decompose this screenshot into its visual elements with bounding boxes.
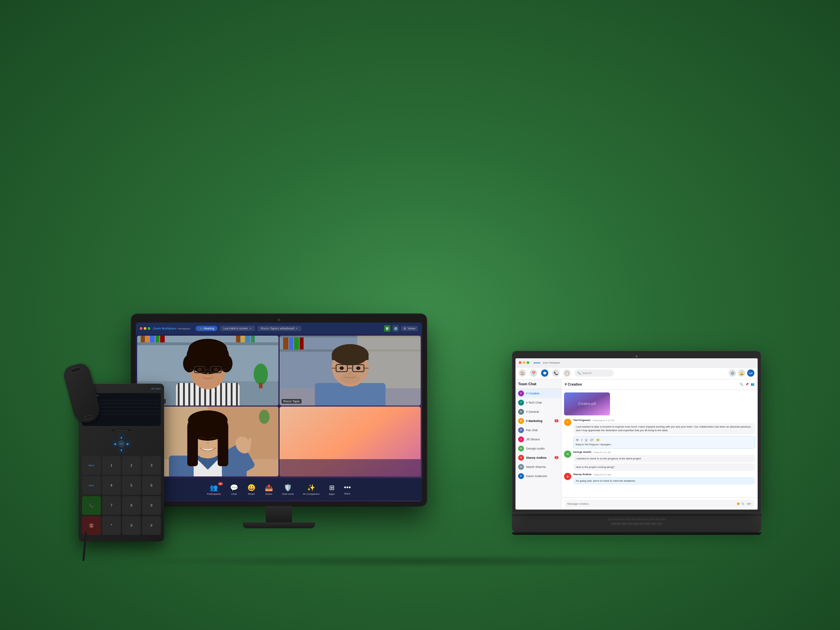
sidebar-item-pan-chat[interactable]: P Pan chat: [515, 426, 561, 435]
laptop-close[interactable]: [519, 361, 521, 364]
whiteboard-close-icon[interactable]: ✕: [296, 327, 298, 330]
toolbar-ai[interactable]: ✨ AI Companion: [303, 484, 320, 496]
phone-key-9[interactable]: 9: [142, 496, 161, 515]
key-a[interactable]: [622, 523, 627, 526]
gif-button[interactable]: GIF: [746, 502, 752, 505]
laptop-hinge: [512, 513, 761, 516]
key-d[interactable]: [633, 523, 638, 526]
toolbar-chat[interactable]: 💬 Chat: [230, 484, 238, 496]
key-r[interactable]: [625, 518, 630, 521]
emoji-button[interactable]: 😊: [737, 502, 740, 505]
nav-chat[interactable]: 💬: [541, 369, 548, 377]
sidebar-item-general[interactable]: G # General: [515, 407, 561, 416]
sidebar-item-creative[interactable]: C # Creative: [515, 389, 561, 398]
key-q[interactable]: [607, 518, 613, 521]
phone-key-3[interactable]: 3: [142, 456, 161, 475]
whiteboard-tab[interactable]: Rocco Tapia's whiteboard ✕: [257, 326, 301, 331]
phone-key-7[interactable]: 7: [102, 496, 121, 515]
phone-key-2[interactable]: 2: [122, 456, 141, 475]
chat-body: Team Chat C # Creative T # Tech Chat G: [515, 379, 758, 510]
phone-key-6[interactable]: 6: [142, 476, 161, 495]
key-w[interactable]: [613, 518, 619, 521]
key-u[interactable]: [643, 518, 648, 521]
phone-key-pound[interactable]: #: [142, 516, 161, 535]
attach-button[interactable]: 📎: [741, 502, 745, 505]
meeting-tab[interactable]: 📹 Meeting: [196, 326, 218, 331]
sidebar-item-tech-chat[interactable]: T # Tech Chat: [515, 398, 561, 407]
settings-icon[interactable]: ⚙️: [729, 369, 736, 377]
nav-right[interactable]: ▶: [125, 441, 131, 447]
toolbar-react[interactable]: 😀 React: [248, 484, 256, 496]
laptop-maximize[interactable]: [527, 361, 529, 364]
maximize-button[interactable]: [148, 327, 150, 330]
key-f[interactable]: [639, 523, 644, 526]
nav-left[interactable]: ◀: [112, 441, 118, 447]
sidebar-item-niamh[interactable]: N Niamh Sharma: [515, 462, 561, 472]
key-g[interactable]: [645, 523, 651, 526]
key-e[interactable]: [619, 518, 624, 521]
nav-select[interactable]: OK: [118, 440, 125, 447]
nav-whiteboard[interactable]: 📋: [564, 369, 571, 377]
key-shift[interactable]: [611, 523, 621, 526]
chat-pin-btn[interactable]: 📌: [745, 382, 749, 386]
format-underline[interactable]: U: [584, 438, 588, 442]
toolbar-search[interactable]: 🔍 Search: [575, 369, 614, 377]
toolbar-host-tools[interactable]: 🛡️ Host tools: [282, 484, 294, 496]
key-s[interactable]: [627, 523, 633, 526]
nav-up[interactable]: ▲: [118, 434, 125, 441]
format-italic[interactable]: I: [581, 438, 583, 442]
msg-avatar-george: G: [564, 450, 571, 458]
screen-share-close-icon[interactable]: ✕: [249, 327, 252, 330]
key-i[interactable]: [649, 518, 654, 521]
phone-key-0[interactable]: 0: [122, 516, 141, 535]
phone-key-softkey1[interactable]: Menu: [82, 456, 101, 475]
phone-key-8[interactable]: 8: [122, 496, 141, 515]
sidebar-item-jill[interactable]: J Jill Silvans: [515, 435, 561, 444]
phone-key-4[interactable]: 4: [102, 476, 121, 495]
nav-home[interactable]: 🏠: [519, 369, 526, 377]
chat-members-btn[interactable]: 👥: [751, 382, 754, 386]
monitor-camera: [278, 319, 280, 321]
laptop-screen-assembly: zoom Zoom Workplace 🏠 📅 💬 📞 📋 🔍 Search: [512, 351, 761, 513]
screen-share-tab[interactable]: Lea Hahn's screen ✕: [220, 326, 255, 331]
user-avatar[interactable]: LH: [747, 369, 754, 377]
phone-key-star[interactable]: *: [102, 516, 121, 535]
key-j[interactable]: [657, 523, 662, 526]
sidebar-item-marketing[interactable]: M # Marketing 3: [515, 416, 561, 426]
settings-icon[interactable]: ⚙️: [392, 325, 399, 332]
laptop-minimize[interactable]: [523, 361, 525, 364]
msg-bubble-2: I wanted to check in on the progress of …: [573, 455, 755, 462]
msg-sender-1: Ted Ferguson: [573, 419, 590, 422]
sidebar-item-stacey[interactable]: S Stacey Andrea 2: [515, 453, 561, 462]
minimize-button[interactable]: [144, 327, 146, 330]
notifications-icon[interactable]: 🔔: [738, 369, 745, 377]
nav-down[interactable]: ▼: [118, 447, 125, 453]
phone-key-5[interactable]: 5: [122, 476, 141, 495]
format-emoji[interactable]: 😊: [595, 438, 600, 442]
chat-input[interactable]: Message Creative... 😊 📎 GIF: [565, 500, 754, 508]
key-o[interactable]: [655, 518, 660, 521]
nav-meetings[interactable]: 📅: [530, 369, 537, 377]
format-link[interactable]: 🔗: [589, 438, 594, 442]
phone-key-call[interactable]: 📞: [82, 496, 101, 515]
key-t[interactable]: [631, 518, 636, 521]
key-y[interactable]: [637, 518, 642, 521]
toolbar-apps[interactable]: ⊞ Apps: [329, 484, 335, 496]
chat-search-btn[interactable]: 🔍: [740, 382, 743, 386]
toolbar-share[interactable]: 📤 Share: [265, 484, 273, 496]
chat-header-actions: 🔍 📌 👥: [740, 382, 754, 386]
views-button[interactable]: ⊞ Views: [401, 326, 418, 331]
close-button[interactable]: [140, 327, 142, 330]
format-bold[interactable]: B: [576, 438, 579, 442]
sidebar-item-karen[interactable]: K Karen Anderson: [515, 472, 561, 481]
security-icon[interactable]: 🛡️: [384, 325, 390, 332]
svg-point-42: [214, 368, 218, 371]
key-p[interactable]: [660, 518, 666, 521]
toolbar-participants[interactable]: 👥 Participants 3: [207, 484, 221, 496]
phone-key-softkey2[interactable]: Back: [82, 476, 101, 495]
phone-key-1[interactable]: 1: [102, 456, 121, 475]
sidebar-item-george[interactable]: G George Austin: [515, 444, 561, 453]
key-h[interactable]: [651, 523, 656, 526]
toolbar-more[interactable]: ••• More: [344, 484, 351, 495]
nav-phone[interactable]: 📞: [552, 369, 559, 377]
